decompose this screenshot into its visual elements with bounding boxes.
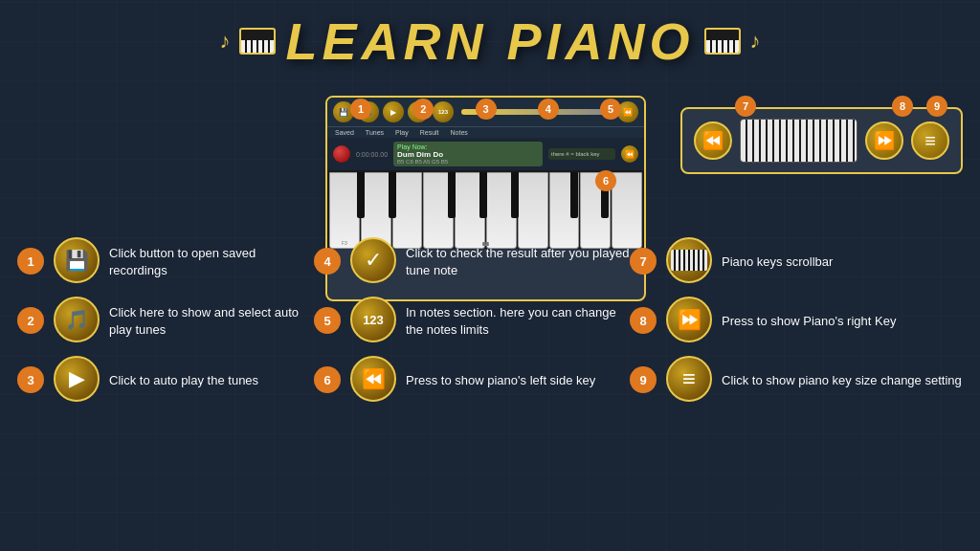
right-key-btn[interactable]: ⏩ [865, 121, 903, 160]
annot-7: 7 [735, 96, 756, 117]
notes-display: B5 C6 B5 A5 G5 B5 [397, 159, 539, 165]
left-key-btn[interactable]: ⏪ [694, 121, 732, 160]
legend-icon-right-key[interactable]: ⏩ [666, 297, 712, 342]
legend-badge-3: 3 [17, 366, 44, 393]
legend-text-5: In notes section. here you can change th… [406, 300, 630, 339]
piano-icon-right [704, 28, 741, 55]
legend-item-1: 1 💾 Click button to open saved recording… [17, 237, 314, 283]
annot-8: 8 [892, 96, 913, 117]
legend-icon-menu[interactable]: ≡ [666, 356, 712, 402]
legend-icon-tunes[interactable]: 🎵 [54, 297, 100, 342]
legend-section: 1 💾 Click button to open saved recording… [17, 237, 963, 402]
legend-badge-6: 6 [314, 366, 341, 393]
annot-6: 6 [595, 170, 616, 191]
legend-badge-4: 4 [314, 248, 341, 275]
legend-item-2: 2 🎵 Click here to show and select auto p… [17, 297, 314, 342]
record-btn[interactable] [333, 145, 350, 163]
legend-badge-1: 1 [17, 248, 44, 275]
play-btn[interactable]: ▶ [383, 101, 404, 122]
legend-badge-2: 2 [17, 307, 44, 334]
legend-badge-7: 7 [630, 248, 657, 275]
legend-icon-result[interactable]: ✓ [350, 237, 396, 283]
legend-badge-5: 5 [314, 307, 341, 334]
legend-text-9: Click to show piano key size change sett… [722, 368, 962, 389]
legend-col-1: 1 💾 Click button to open saved recording… [17, 237, 314, 402]
annot-1: 1 [350, 99, 371, 120]
annot-5: 5 [600, 99, 621, 120]
legend-item-8: 8 ⏩ Press to show Piano's right Key [630, 297, 963, 342]
music-note-left: ♪ [219, 29, 230, 54]
legend-text-7: Piano keys scrollbar [722, 250, 833, 271]
legend-col-2: 4 ✓ Click to check the result after you … [314, 237, 630, 402]
page-title: LEARN PIANO [285, 11, 694, 71]
legend-icon-notes[interactable]: 123 [350, 297, 396, 342]
legend-icon-play[interactable]: ▶ [54, 356, 100, 402]
annot-3: 3 [476, 99, 497, 120]
piano-icon-left [239, 28, 276, 55]
legend-text-8: Press to show Piano's right Key [722, 309, 896, 330]
play-now-label: Play Now: [397, 143, 539, 150]
side-note: there # = black key [548, 148, 615, 160]
right-panel: 7 8 9 ⏪ ⏩ ≡ [680, 107, 963, 174]
legend-text-6: Press to show piano's left side key [406, 368, 595, 389]
legend-item-3: 3 ▶ Click to auto play the tunes [17, 356, 314, 402]
legend-item-9: 9 ≡ Click to show piano key size change … [630, 356, 963, 402]
legend-text-3: Click to auto play the tunes [109, 368, 258, 389]
legend-item-7: 7 Piano keys scrollbar [630, 237, 963, 283]
annot-4: 4 [538, 99, 559, 120]
piano-keys-scrollbar[interactable] [740, 119, 858, 163]
legend-icon-scrollbar[interactable] [666, 237, 712, 283]
legend-text-2: Click here to show and select auto play … [109, 300, 314, 339]
song-name: Dum Dim Do [397, 150, 539, 159]
title-area: ♪ LEARN PIANO ♪ [0, 11, 980, 71]
legend-item-5: 5 123 In notes section. here you can cha… [314, 297, 630, 342]
preview-labels: Saved Tunes Play Result Notes [327, 127, 644, 138]
menu-btn[interactable]: ≡ [911, 121, 949, 160]
legend-icon-saved[interactable]: 💾 [54, 237, 100, 283]
legend-text-4: Click to check the result after you play… [406, 241, 630, 279]
legend-text-1: Click button to open saved recordings [109, 241, 314, 279]
legend-icon-left-key[interactable]: ⏪ [350, 356, 396, 402]
preview-back-btn[interactable]: ⏪ [621, 145, 638, 163]
time-display: 0:00:00.00 [356, 151, 388, 158]
preview-play-area: 0:00:00.00 Play Now: Dum Dim Do B5 C6 B5… [327, 138, 644, 170]
annot-9: 9 [926, 96, 947, 117]
legend-col-3: 7 Piano keys scrollbar 8 ⏩ Press to show… [630, 237, 963, 402]
legend-badge-8: 8 [630, 307, 657, 334]
song-info: Play Now: Dum Dim Do B5 C6 B5 A5 G5 B5 [393, 142, 543, 166]
music-note-right: ♪ [750, 29, 761, 54]
notes-btn[interactable]: 123 [433, 101, 454, 122]
legend-item-4: 4 ✓ Click to check the result after you … [314, 237, 630, 283]
legend-badge-9: 9 [630, 366, 657, 393]
legend-item-6: 6 ⏪ Press to show piano's left side key [314, 356, 630, 402]
